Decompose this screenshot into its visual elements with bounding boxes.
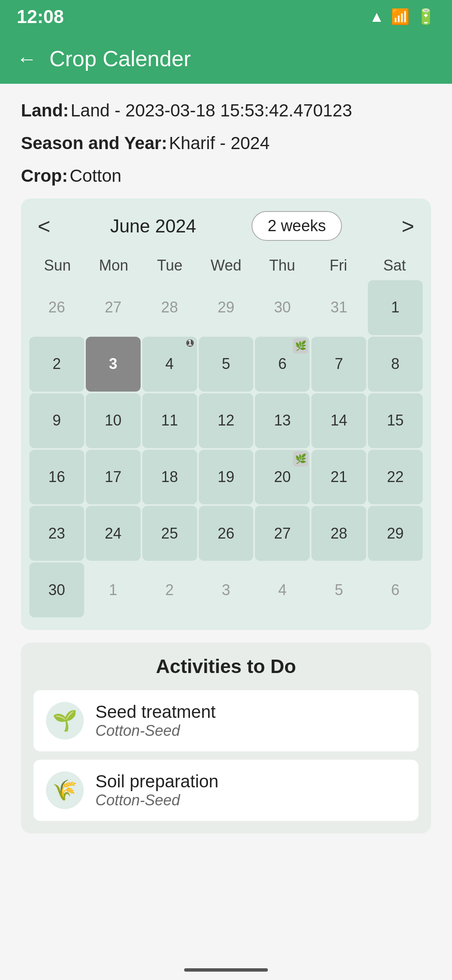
calendar-cell[interactable]: 5: [199, 337, 254, 392]
crop-label: Crop:: [21, 166, 68, 186]
calendar-cell[interactable]: 2: [142, 562, 197, 617]
app-bar: ← Crop Calender: [0, 34, 452, 84]
back-icon: ←: [17, 48, 37, 70]
calendar-cell[interactable]: 1: [368, 280, 423, 335]
day-number: 18: [161, 468, 178, 486]
crop-value: Cotton: [69, 166, 121, 186]
page-title: Crop Calender: [49, 46, 191, 71]
activity-subtitle: Cotton-Seed: [95, 792, 218, 809]
calendar-cell[interactable]: 15: [368, 393, 423, 448]
day-number: 16: [48, 468, 65, 486]
day-number: 1: [109, 581, 117, 599]
calendar-cell[interactable]: 24: [86, 506, 141, 561]
day-number: 27: [274, 525, 291, 542]
day-number: 3: [222, 581, 230, 599]
day-number: 20: [274, 468, 291, 486]
day-number: 11: [161, 412, 178, 429]
day-header-mon: Mon: [85, 253, 141, 278]
day-number: 12: [218, 412, 234, 429]
calendar-cell[interactable]: 2: [29, 337, 84, 392]
day-number: 4: [165, 355, 174, 373]
calendar-cell[interactable]: 5: [311, 562, 366, 617]
activity-item[interactable]: 🌱Seed treatmentCotton-Seed: [33, 690, 419, 751]
calendar-cell[interactable]: 27: [86, 280, 141, 335]
day-number: 10: [105, 412, 121, 429]
activity-indicator: 🌿: [293, 338, 308, 353]
day-number: 27: [105, 299, 121, 316]
calendar-cell[interactable]: 26: [29, 280, 84, 335]
calendar-cell[interactable]: 3: [199, 562, 254, 617]
calendar-cell[interactable]: 30: [29, 562, 84, 617]
calendar-cell[interactable]: 28: [142, 280, 197, 335]
calendar-cell[interactable]: 7: [311, 337, 366, 392]
season-label: Season and Year:: [21, 133, 167, 153]
day-number: 26: [218, 525, 234, 542]
day-number: 21: [331, 468, 347, 486]
activity-icon: 🌾: [46, 771, 84, 809]
day-header-wed: Wed: [198, 253, 254, 278]
calendar-cell[interactable]: 30: [255, 280, 310, 335]
day-number: 29: [218, 299, 234, 316]
day-number: 8: [391, 355, 400, 373]
calendar-cell[interactable]: 4: [255, 562, 310, 617]
calendar-cell[interactable]: 28: [311, 506, 366, 561]
calendar-grid: 2627282930311234156🌿78910111213141516171…: [29, 280, 423, 617]
day-number: 5: [222, 355, 230, 373]
activity-item[interactable]: 🌾Soil preparationCotton-Seed: [33, 760, 419, 821]
calendar-cell[interactable]: 21: [311, 450, 366, 505]
activity-subtitle: Cotton-Seed: [95, 722, 216, 740]
calendar-cell[interactable]: 20🌿: [255, 450, 310, 505]
calendar-cell[interactable]: 23: [29, 506, 84, 561]
calendar-cell[interactable]: 6🌿: [255, 337, 310, 392]
day-number: 6: [391, 581, 400, 599]
day-number: 2: [165, 581, 174, 599]
status-icons: ▲ 📶 🔋: [369, 8, 435, 26]
activities-title: Activities to Do: [33, 655, 419, 678]
calendar-cell[interactable]: 19: [199, 450, 254, 505]
season-value: Kharif - 2024: [169, 133, 270, 153]
activity-icon: 🌱: [46, 702, 84, 740]
day-number: 25: [161, 525, 178, 542]
calendar-cell[interactable]: 8: [368, 337, 423, 392]
calendar-cell[interactable]: 10: [86, 393, 141, 448]
calendar-cell[interactable]: 27: [255, 506, 310, 561]
day-number: 13: [274, 412, 291, 429]
prev-month-button[interactable]: <: [33, 214, 54, 239]
calendar-cell[interactable]: 41: [142, 337, 197, 392]
calendar-cell[interactable]: 16: [29, 450, 84, 505]
calendar-cell[interactable]: 14: [311, 393, 366, 448]
day-number: 3: [109, 355, 117, 373]
day-number: 6: [278, 355, 287, 373]
calendar-cell[interactable]: 29: [199, 280, 254, 335]
day-header-tue: Tue: [142, 253, 198, 278]
calendar-cell[interactable]: 26: [199, 506, 254, 561]
view-toggle-button[interactable]: 2 weeks: [252, 211, 342, 241]
calendar-cell[interactable]: 17: [86, 450, 141, 505]
calendar-cell[interactable]: 9: [29, 393, 84, 448]
calendar-cell[interactable]: 11: [142, 393, 197, 448]
calendar-cell[interactable]: 13: [255, 393, 310, 448]
day-number: 5: [335, 581, 343, 599]
calendar-cell[interactable]: 25: [142, 506, 197, 561]
calendar-cell[interactable]: 31: [311, 280, 366, 335]
next-month-button[interactable]: >: [398, 214, 419, 239]
day-number: 30: [48, 581, 65, 599]
activity-indicator: 🌿: [293, 451, 308, 467]
calendar-cell[interactable]: 12: [199, 393, 254, 448]
calendar-cell[interactable]: 6: [368, 562, 423, 617]
day-number: 19: [218, 468, 234, 486]
back-button[interactable]: ←: [17, 47, 37, 70]
calendar-cell[interactable]: 18: [142, 450, 197, 505]
crop-info: Crop: Cotton: [21, 166, 431, 186]
season-info: Season and Year: Kharif - 2024: [21, 133, 431, 153]
activities-list: 🌱Seed treatmentCotton-Seed🌾Soil preparat…: [33, 690, 419, 821]
calendar-cell[interactable]: 22: [368, 450, 423, 505]
day-number: 30: [274, 299, 291, 316]
signal-icon: 📶: [391, 8, 410, 26]
calendar-cell[interactable]: 29: [368, 506, 423, 561]
calendar-cell[interactable]: 3: [86, 337, 141, 392]
calendar-day-headers: SunMonTueWedThuFriSat: [29, 253, 423, 278]
activity-name: Soil preparation: [95, 771, 218, 792]
calendar-cell[interactable]: 1: [86, 562, 141, 617]
event-count-badge: 1: [186, 339, 194, 347]
